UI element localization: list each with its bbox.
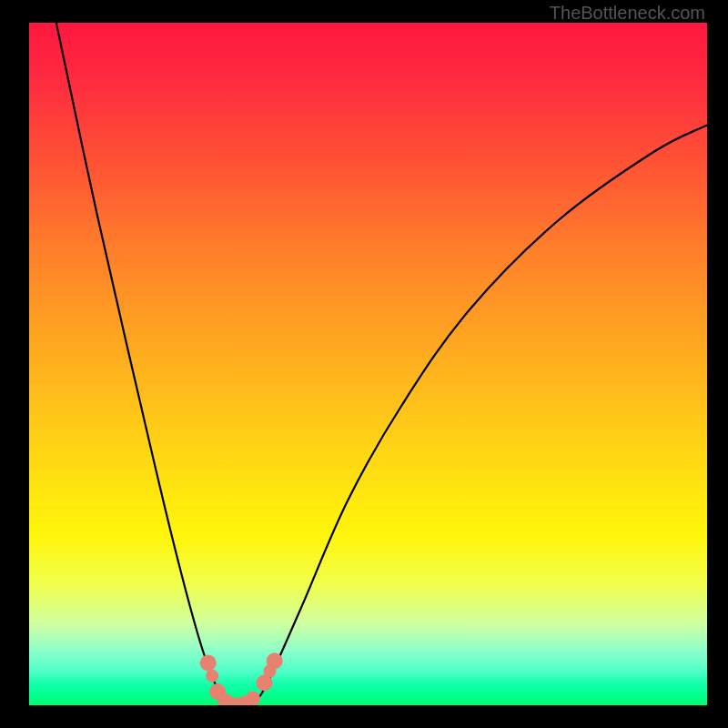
- curve-marker: [200, 655, 217, 672]
- curve-markers: [200, 652, 283, 705]
- curve-marker: [267, 652, 283, 669]
- chart-area: [29, 23, 707, 705]
- bottleneck-curve-svg: [29, 23, 707, 705]
- watermark-text: TheBottleneck.com: [550, 3, 705, 24]
- curve-marker: [246, 692, 260, 706]
- bottleneck-curve-path: [56, 23, 707, 705]
- curve-marker: [206, 670, 218, 682]
